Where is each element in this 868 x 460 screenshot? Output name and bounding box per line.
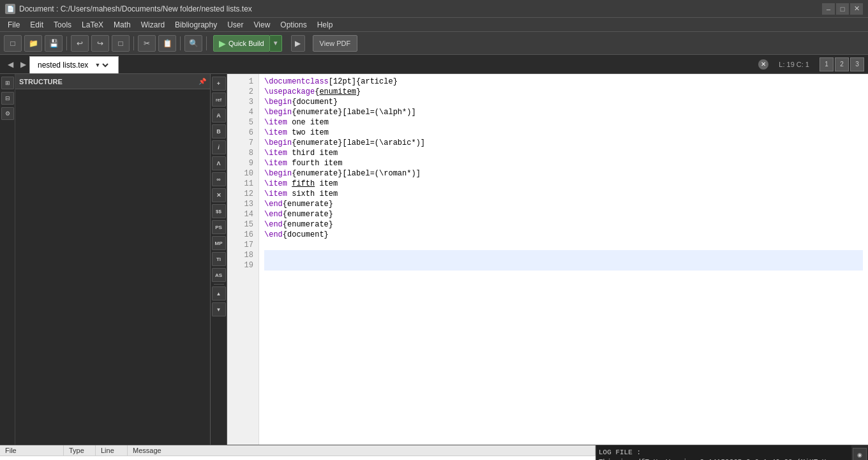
menu-edit[interactable]: Edit — [25, 19, 49, 31]
open-button[interactable]: 📁 — [24, 35, 42, 52]
insert-math-button[interactable]: $$ — [212, 204, 226, 218]
menu-bibliography[interactable]: Bibliography — [170, 19, 222, 31]
quick-build-dropdown[interactable]: ▼ — [270, 35, 282, 52]
view-pdf-label: View PDF — [320, 40, 351, 47]
code-line-19 — [264, 260, 863, 271]
view-3-button[interactable]: 3 — [850, 57, 864, 71]
run-button[interactable]: ▶ — [291, 35, 305, 52]
tab-bar: ◀ ▶ nested lists.tex ▼ ✕ L: 19 C: 1 1 2 … — [0, 55, 868, 74]
view-1-button[interactable]: 1 — [819, 57, 834, 71]
msg-col-message: Message — [128, 445, 595, 456]
separator-2 — [133, 36, 134, 50]
struct-collapse-btn[interactable]: ⊟ — [1, 92, 14, 105]
code-line-18 — [264, 250, 863, 260]
bottom-content: File Type Line Message LOG FILE : This i… — [0, 445, 868, 460]
tab-nav-prev[interactable]: ◀ — [4, 55, 17, 73]
insert-ti-button[interactable]: TI — [212, 252, 226, 266]
line-num-11: 11 — [227, 179, 258, 189]
menu-latex[interactable]: LaTeX — [77, 19, 108, 31]
separator-3 — [180, 36, 181, 50]
log-label: LOG FILE : — [599, 448, 849, 457]
line-num-12: 12 — [227, 189, 258, 199]
menu-wizard[interactable]: Wizard — [136, 19, 170, 31]
save-button[interactable]: 💾 — [45, 35, 63, 52]
insert-ref-button[interactable]: ref — [212, 93, 226, 107]
message-rows — [0, 456, 595, 460]
structure-pin-btn[interactable]: 📌 — [198, 78, 206, 85]
code-line-11: \item fifth item — [264, 179, 863, 189]
menu-options[interactable]: Options — [275, 19, 311, 31]
code-line-12: \item sixth item — [264, 189, 863, 199]
insert-button-1[interactable]: + — [212, 77, 226, 91]
paste-button[interactable]: 📋 — [158, 35, 176, 52]
undo-button[interactable]: ↩ — [71, 35, 89, 52]
brs-btn-1[interactable]: ◉ — [853, 448, 867, 460]
tab-nested-lists[interactable]: nested lists.tex ▼ — [29, 56, 119, 73]
cut-button[interactable]: ✂ — [138, 35, 156, 52]
insert-x-button[interactable]: ✕ — [212, 188, 226, 202]
log-line-1: This is pdfTeX, Version 3.14159265-2.6-1… — [599, 457, 849, 460]
menu-file[interactable]: File — [3, 19, 25, 31]
quick-build-button[interactable]: ▶ Quick Build — [213, 35, 270, 52]
struct-expand-btn[interactable]: ⊞ — [1, 77, 14, 89]
view-pdf-button[interactable]: View PDF — [313, 35, 358, 52]
insert-as-button[interactable]: AS — [212, 268, 226, 282]
line-num-10: 10 — [227, 168, 258, 179]
line-num-17: 17 — [227, 240, 258, 250]
menu-view[interactable]: View — [249, 19, 276, 31]
code-line-1: \documentclass[12pt]{article} — [264, 77, 863, 87]
code-editor[interactable]: \documentclass[12pt]{article} \usepackag… — [259, 74, 868, 445]
insert-italic-button[interactable]: i — [212, 140, 226, 154]
code-line-10: \begin{enumerate}[label=(\roman*)] — [264, 168, 863, 179]
new-button[interactable]: □ — [4, 35, 22, 52]
line-num-14: 14 — [227, 209, 258, 219]
editor-content: 1 2 3 4 5 6 7 8 9 10 11 12 13 14 15 16 1… — [227, 74, 868, 445]
copy-format-button[interactable]: □ — [112, 35, 130, 52]
line-num-18: 18 — [227, 250, 258, 260]
structure-content: STRUCTURE 📌 — [15, 74, 210, 445]
tab-close-button[interactable]: ✕ — [758, 59, 768, 70]
line-num-7: 7 — [227, 138, 258, 148]
rs-collapse-btn[interactable]: ▼ — [212, 302, 226, 316]
menu-help[interactable]: Help — [312, 19, 338, 31]
line-num-8: 8 — [227, 148, 258, 158]
msg-col-type: Type — [64, 445, 96, 456]
rs-separator — [214, 284, 224, 285]
bottom-right-sidebar: ◉ ▶ ◀ ✕ — [851, 445, 868, 460]
code-line-8: \item third item — [264, 148, 863, 158]
line-num-16: 16 — [227, 230, 258, 240]
code-line-3: \begin{document} — [264, 97, 863, 107]
message-table-header: File Type Line Message — [0, 445, 595, 456]
menu-user[interactable]: User — [222, 19, 248, 31]
menu-bar: File Edit Tools LaTeX Math Wizard Biblio… — [0, 18, 868, 32]
insert-ps-button[interactable]: PS — [212, 220, 226, 234]
menu-math[interactable]: Math — [108, 19, 136, 31]
insert-infty-button[interactable]: ∞ — [212, 172, 226, 186]
maximize-button[interactable]: □ — [836, 3, 849, 15]
struct-settings-btn[interactable]: ⚙ — [1, 107, 14, 120]
insert-text-button[interactable]: A — [212, 108, 226, 122]
tab-dropdown[interactable]: ▼ — [92, 61, 110, 69]
minimize-button[interactable]: – — [822, 3, 835, 15]
play-icon: ▶ — [219, 38, 226, 48]
window-title: Document : C:/Users/mahesh/Documents/New… — [19, 4, 252, 13]
line-numbers: 1 2 3 4 5 6 7 8 9 10 11 12 13 14 15 16 1… — [227, 74, 259, 445]
toolbar: □ 📁 💾 ↩ ↪ □ ✂ 📋 🔍 ▶ Quick Build ▼ ▶ View… — [0, 32, 868, 55]
insert-lambda-button[interactable]: Λ — [212, 156, 226, 170]
insert-mp-button[interactable]: MP — [212, 236, 226, 250]
tab-filename: nested lists.tex — [38, 61, 88, 70]
close-button[interactable]: ✕ — [850, 3, 863, 15]
line-num-15: 15 — [227, 219, 258, 230]
insert-toolbar: + ref A B i Λ ∞ ✕ $$ PS MP TI AS ▲ ▼ — [211, 74, 227, 445]
structure-header: STRUCTURE 📌 — [15, 74, 210, 89]
insert-bold-button[interactable]: B — [212, 124, 226, 138]
view-2-button[interactable]: 2 — [835, 57, 849, 71]
menu-tools[interactable]: Tools — [49, 19, 77, 31]
separator-1 — [66, 36, 67, 50]
find-button[interactable]: 🔍 — [184, 35, 202, 52]
tab-nav-next[interactable]: ▶ — [17, 55, 29, 73]
code-line-16: \end{document} — [264, 230, 863, 240]
code-line-4: \begin{enumerate}[label=(\alph*)] — [264, 107, 863, 117]
redo-button[interactable]: ↪ — [91, 35, 109, 52]
rs-expand-btn[interactable]: ▲ — [212, 286, 226, 300]
